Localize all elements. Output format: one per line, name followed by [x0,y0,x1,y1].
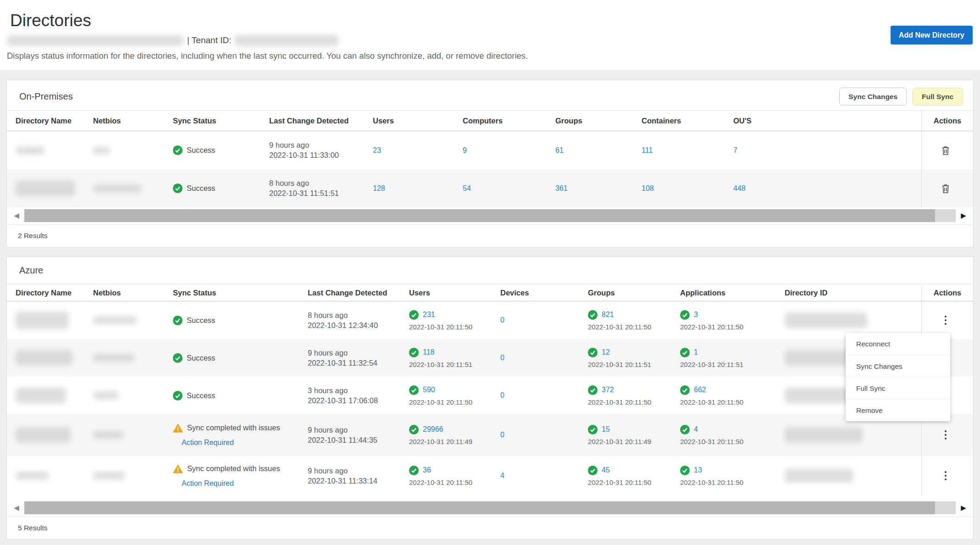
add-new-directory-button[interactable]: Add New Directory [891,26,973,44]
users-count-link[interactable]: 36 [423,466,431,474]
redacted-netbios [93,316,137,324]
last-change-relative: 3 hours ago [308,386,348,395]
users-sync-timestamp: 2022-10-31 20:11:51 [409,361,472,368]
success-icon [680,425,690,434]
devices-count-link[interactable]: 0 [500,391,504,400]
kebab-menu-icon[interactable] [945,430,947,439]
scroll-left-arrow[interactable]: ◀ [11,211,22,220]
success-icon [588,466,598,475]
column-header-devices: Devices [500,284,588,301]
applications-count-link[interactable]: 1 [694,348,698,356]
last-change-relative: 9 hours ago [308,349,348,357]
kebab-menu-icon[interactable] [945,316,947,325]
azure-title: Azure [19,265,43,276]
success-icon [680,348,690,357]
redacted-directory-name [16,181,75,196]
redacted-environment-name [7,35,183,46]
scroll-left-arrow[interactable]: ◀ [11,504,22,512]
containers-count-link[interactable]: 108 [642,184,654,193]
last-change-relative: 8 hours ago [269,179,309,188]
success-icon [680,466,690,475]
column-header-last-change: Last Change Detected [269,111,373,131]
delete-directory-button[interactable] [921,169,973,207]
users-count-link[interactable]: 590 [423,386,435,394]
last-change-relative: 9 hours ago [308,426,348,434]
users-count-link[interactable]: 118 [423,348,435,356]
menu-item-full-sync[interactable]: Full Sync [846,377,950,399]
success-icon [680,310,690,320]
success-icon [409,385,419,395]
applications-sync-timestamp: 2022-10-31 20:11:50 [680,478,743,486]
ous-count-link[interactable]: 7 [733,146,737,155]
groups-count-link[interactable]: 15 [602,425,610,434]
scrollbar-thumb[interactable] [24,501,935,514]
action-required-link[interactable]: Action Required [182,479,234,488]
last-change-timestamp: 2022-10-31 11:32:54 [308,359,377,367]
success-icon [173,145,183,155]
scrollbar-track[interactable] [24,501,956,514]
page-header: Directories | Tenant ID: Displays status… [0,0,980,70]
tenant-id-label: | Tenant ID: [187,35,231,45]
column-header-actions: Actions [921,284,973,301]
table-row: Success 9 hours ago2022-10-31 11:33:00 2… [7,131,973,169]
devices-count-link[interactable]: 0 [500,354,504,362]
horizontal-scrollbar[interactable]: ◀ ▶ [11,501,969,515]
scrollbar-thumb[interactable] [24,209,935,222]
column-header-sync-status: Sync Status [173,111,269,131]
groups-count-link[interactable]: 372 [602,386,614,394]
success-icon [588,310,598,320]
on-premises-card: On-Premises Sync Changes Full Sync Direc… [6,80,974,248]
applications-count-link[interactable]: 13 [694,466,702,474]
groups-count-link[interactable]: 12 [602,348,610,356]
trash-icon [941,184,950,194]
users-count-link[interactable]: 231 [423,311,435,319]
applications-count-link[interactable]: 662 [694,386,706,394]
kebab-menu-icon[interactable] [945,471,947,480]
sync-status: Success [187,184,215,193]
success-icon [680,385,690,395]
azure-table-header: Directory Name Netbios Sync Status Last … [7,284,973,301]
groups-count-link[interactable]: 361 [555,184,568,193]
users-count-link[interactable]: 23 [373,146,381,155]
users-count-link[interactable]: 128 [373,184,385,193]
success-icon [409,466,419,475]
scroll-right-arrow[interactable]: ▶ [958,211,969,220]
ous-count-link[interactable]: 448 [733,184,746,193]
groups-count-link[interactable]: 821 [602,311,614,319]
success-icon [173,184,183,193]
computers-count-link[interactable]: 9 [463,146,467,155]
sync-status: Success [187,391,215,400]
column-header-directory-name: Directory Name [16,284,93,301]
delete-directory-button[interactable] [921,131,973,169]
groups-count-link[interactable]: 45 [602,466,610,474]
column-header-groups: Groups [555,111,642,131]
scrollbar-track[interactable] [24,209,956,222]
redacted-directory-name [16,146,45,155]
applications-count-link[interactable]: 4 [694,425,698,434]
sync-status: Sync completed with issues [187,423,280,432]
groups-count-link[interactable]: 61 [555,146,564,155]
row-actions-button[interactable] [921,456,973,496]
redacted-tenant-id [235,35,338,46]
success-icon [588,385,598,395]
warning-icon [173,423,183,433]
full-sync-button[interactable]: Full Sync [913,88,963,106]
azure-card: Azure Directory Name Netbios Sync Status… [6,256,974,539]
menu-item-remove[interactable]: Remove [846,399,950,421]
users-count-link[interactable]: 29966 [423,425,443,434]
computers-count-link[interactable]: 54 [463,184,471,193]
column-header-directory-name: Directory Name [16,111,93,131]
scroll-right-arrow[interactable]: ▶ [958,504,969,512]
sync-changes-button[interactable]: Sync Changes [839,88,907,106]
containers-count-link[interactable]: 111 [642,146,653,155]
devices-count-link[interactable]: 0 [500,316,504,324]
devices-count-link[interactable]: 4 [500,472,504,480]
horizontal-scrollbar[interactable]: ◀ ▶ [11,209,969,222]
menu-item-reconnect[interactable]: Reconnect [846,333,950,355]
action-required-link[interactable]: Action Required [182,439,234,447]
applications-count-link[interactable]: 3 [694,311,698,319]
menu-item-sync-changes[interactable]: Sync Changes [846,355,950,377]
devices-count-link[interactable]: 0 [500,431,504,439]
redacted-netbios [93,391,119,400]
groups-sync-timestamp: 2022-10-31 20:11:51 [588,361,651,368]
